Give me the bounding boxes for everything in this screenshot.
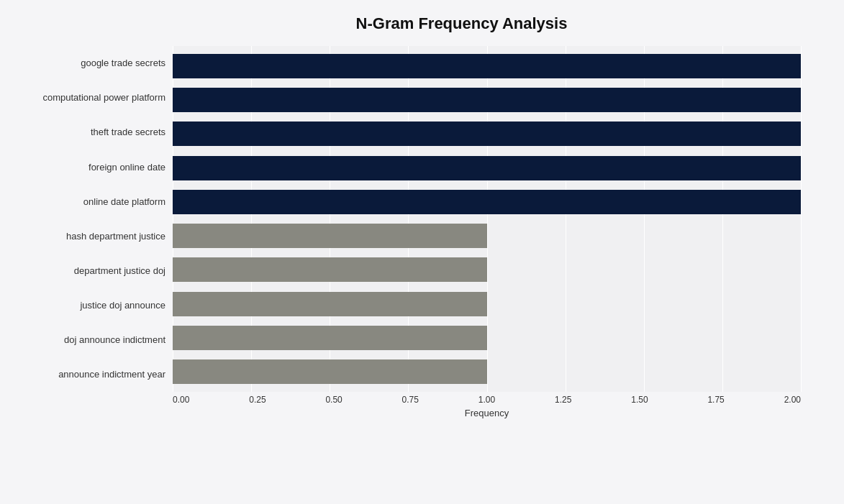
bar-gray: [173, 326, 487, 350]
x-tick: 1.75: [707, 395, 724, 405]
y-axis-labels: google trade secretscomputational power …: [7, 46, 173, 421]
bars-wrapper: [173, 46, 801, 392]
x-tick: 1.25: [555, 395, 571, 405]
bar-row: [173, 117, 801, 151]
y-label: online date platform: [83, 196, 165, 208]
y-label: department justice doj: [74, 265, 165, 277]
bar-dark: [173, 54, 801, 78]
bars-section: 0.000.250.500.751.001.251.501.752.00 Fre…: [173, 46, 801, 421]
chart-area: google trade secretscomputational power …: [7, 46, 801, 421]
x-tick: 0.50: [325, 395, 342, 405]
chart-title: N-Gram Frequency Analysis: [7, 14, 801, 33]
bar-row: [173, 321, 801, 354]
bar-row: [173, 151, 801, 185]
y-label: doj announce indictment: [64, 334, 165, 346]
bar-row: [173, 185, 801, 219]
x-tick: 0.25: [249, 395, 266, 405]
bar-gray: [173, 292, 487, 316]
bar-dark: [173, 122, 801, 146]
x-tick: 0.00: [173, 395, 189, 405]
x-axis-label: Frequency: [173, 408, 801, 418]
x-tick: 0.75: [402, 395, 419, 405]
bar-row: [173, 253, 801, 287]
chart-container: N-Gram Frequency Analysis google trade s…: [0, 0, 844, 504]
chart-body: google trade secretscomputational power …: [7, 46, 801, 421]
bar-dark: [173, 190, 801, 214]
y-label: hash department justice: [66, 231, 165, 242]
bar-gray: [173, 359, 487, 384]
bar-gray: [173, 224, 487, 248]
bar-row: [173, 355, 801, 389]
bar-dark: [173, 156, 801, 180]
bar-row: [173, 219, 801, 252]
x-tick: 1.00: [478, 395, 495, 405]
gridline: [801, 46, 802, 392]
bar-dark: [173, 88, 801, 112]
x-tick: 2.00: [784, 395, 801, 405]
x-tick: 1.50: [631, 395, 648, 405]
bar-row: [173, 83, 801, 116]
y-label: foreign online date: [89, 162, 165, 173]
bar-row: [173, 49, 801, 83]
y-label: justice doj announce: [80, 300, 165, 311]
x-ticks: 0.000.250.500.751.001.251.501.752.00: [173, 392, 801, 405]
y-label: google trade secrets: [81, 58, 165, 69]
x-axis: 0.000.250.500.751.001.251.501.752.00 Fre…: [173, 392, 801, 421]
bar-gray: [173, 257, 487, 282]
bar-row: [173, 287, 801, 321]
y-label: announce indictment year: [58, 369, 165, 380]
y-label: computational power platform: [42, 92, 165, 104]
y-label: theft trade secrets: [91, 127, 165, 138]
